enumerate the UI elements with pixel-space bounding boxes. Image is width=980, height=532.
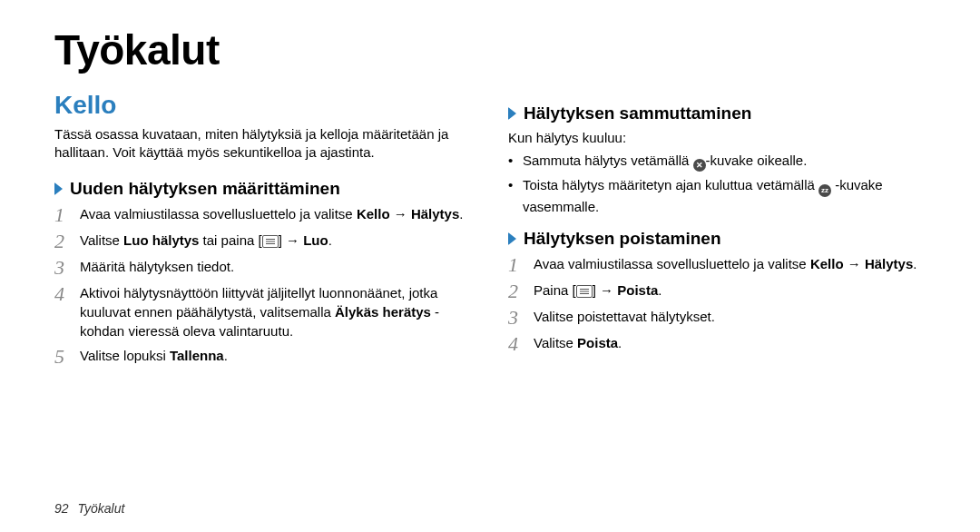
step-item: 4 Aktivoi hälytysnäyttöön liittyvät jälj… bbox=[54, 283, 472, 340]
chevron-right-icon bbox=[508, 232, 516, 245]
step-number: 5 bbox=[54, 346, 80, 367]
alarm-snooze-icon: zz bbox=[818, 184, 831, 197]
kello-intro: Tässä osassa kuvataan, miten hälytyksiä … bbox=[54, 125, 472, 163]
stop-alarm-lead: Kun hälytys kuuluu: bbox=[508, 129, 926, 147]
bullet-item: Toista hälytys määritetyn ajan kuluttua … bbox=[508, 175, 926, 216]
chevron-right-icon bbox=[54, 182, 63, 195]
step-body: Avaa valmiustilassa sovellusluettelo ja … bbox=[534, 254, 916, 273]
right-column: Hälytyksen sammuttaminen Kun hälytys kuu… bbox=[508, 91, 926, 523]
page-title: Työkalut bbox=[54, 25, 926, 74]
step-number: 3 bbox=[508, 307, 534, 328]
step-number: 4 bbox=[508, 333, 534, 354]
page: Työkalut Kello Tässä osassa kuvataan, mi… bbox=[0, 0, 980, 532]
chevron-right-icon bbox=[508, 107, 516, 120]
footer-section: Työkalut bbox=[77, 501, 124, 516]
step-body: Määritä hälytyksen tiedot. bbox=[80, 257, 234, 276]
step-body: Valitse Luo hälytys tai paina [] → Luo. bbox=[80, 231, 332, 250]
step-item: 3 Valitse poistettavat hälytykset. bbox=[508, 307, 926, 328]
step-item: 3 Määritä hälytyksen tiedot. bbox=[54, 257, 472, 278]
subsection-title-stop-alarm: Hälytyksen sammuttaminen bbox=[508, 103, 926, 123]
new-alarm-steps: 1 Avaa valmiustilassa sovellusluettelo j… bbox=[54, 204, 472, 367]
delete-alarm-steps: 1 Avaa valmiustilassa sovellusluettelo j… bbox=[508, 254, 926, 354]
step-item: 2 Valitse Luo hälytys tai paina [] → Luo… bbox=[54, 231, 472, 251]
step-body: Paina [] → Poista. bbox=[534, 281, 662, 300]
step-item: 1 Avaa valmiustilassa sovellusluettelo j… bbox=[508, 254, 926, 275]
left-column: Kello Tässä osassa kuvataan, miten hälyt… bbox=[54, 91, 472, 523]
bullet-item: Sammuta hälytys vetämällä ✕-kuvake oikea… bbox=[508, 151, 926, 172]
step-item: 1 Avaa valmiustilassa sovellusluettelo j… bbox=[54, 204, 472, 225]
menu-icon bbox=[262, 235, 279, 248]
step-item: 2 Paina [] → Poista. bbox=[508, 281, 926, 301]
step-item: 4 Valitse Poista. bbox=[508, 333, 926, 354]
step-number: 1 bbox=[508, 254, 534, 275]
step-body: Valitse poistettavat hälytykset. bbox=[534, 307, 715, 326]
page-footer: 92 Työkalut bbox=[54, 501, 124, 516]
step-number: 3 bbox=[54, 257, 80, 278]
step-number: 2 bbox=[508, 281, 534, 301]
step-body: Valitse Poista. bbox=[534, 333, 622, 352]
subsection-title-new-alarm: Uuden hälytyksen määrittäminen bbox=[54, 179, 472, 199]
stop-alarm-bullets: Sammuta hälytys vetämällä ✕-kuvake oikea… bbox=[508, 151, 926, 216]
subsection-title-delete-alarm: Hälytyksen poistaminen bbox=[508, 229, 926, 249]
step-body: Avaa valmiustilassa sovellusluettelo ja … bbox=[80, 204, 463, 223]
step-number: 2 bbox=[54, 231, 80, 251]
step-body: Aktivoi hälytysnäyttöön liittyvät jäljit… bbox=[80, 283, 472, 340]
columns: Kello Tässä osassa kuvataan, miten hälyt… bbox=[54, 91, 926, 523]
section-title-kello: Kello bbox=[54, 91, 472, 120]
subsection-label: Hälytyksen poistaminen bbox=[524, 229, 721, 249]
step-number: 4 bbox=[54, 283, 80, 304]
menu-icon bbox=[576, 285, 593, 298]
subsection-label: Hälytyksen sammuttaminen bbox=[524, 103, 751, 123]
subsection-label: Uuden hälytyksen määrittäminen bbox=[70, 179, 340, 199]
step-number: 1 bbox=[54, 204, 80, 225]
alarm-stop-icon: ✕ bbox=[693, 159, 706, 172]
step-item: 5 Valitse lopuksi Tallenna. bbox=[54, 346, 472, 367]
step-body: Valitse lopuksi Tallenna. bbox=[80, 346, 228, 365]
page-number: 92 bbox=[54, 501, 69, 516]
